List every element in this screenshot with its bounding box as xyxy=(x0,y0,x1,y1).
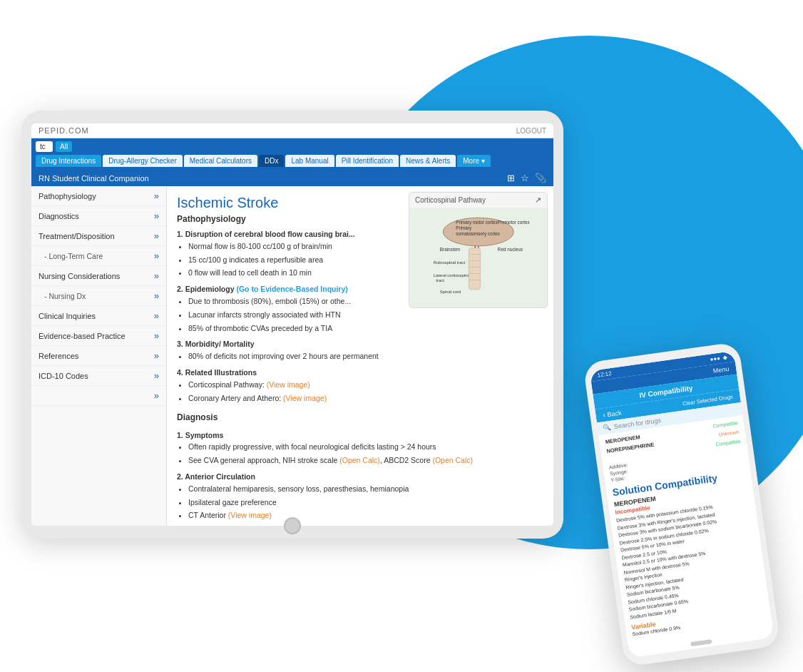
svg-text:Brainstem: Brainstem xyxy=(440,247,460,252)
svg-text:tract: tract xyxy=(436,278,444,282)
search-icon: 🔍 xyxy=(603,424,611,432)
chevron-icon: » xyxy=(154,270,159,281)
menu-button[interactable]: Menu xyxy=(712,365,730,375)
search-area: All xyxy=(36,141,72,152)
sidebar-item-nursing-dx[interactable]: - Nursing Dx » xyxy=(31,286,166,306)
tab-drug-allergy[interactable]: Drug-Allergy Checker xyxy=(103,155,183,167)
search-input[interactable] xyxy=(36,141,53,152)
wifi-icon: ◆ xyxy=(722,354,727,361)
sidebar-item-nursing[interactable]: Nursing Considerations » xyxy=(31,266,166,286)
tab-lab-manual[interactable]: Lab Manual xyxy=(285,155,334,167)
tablet-body: PEPID.COM LOGOUT All Drug Interactions D… xyxy=(21,111,563,539)
image-panel: Corticospinal Pathway ↗ Primary motor co… xyxy=(409,192,548,308)
sidebar-item-diagnostics[interactable]: Diagnostics » xyxy=(31,206,166,226)
svg-text:Spinal cord: Spinal cord xyxy=(440,290,461,294)
view-image-link-2[interactable]: (View image) xyxy=(283,394,327,402)
tab-pill-id[interactable]: Pill Identification xyxy=(336,155,399,167)
chevron-icon: » xyxy=(154,230,159,241)
svg-text:Premotor cortex: Premotor cortex xyxy=(498,220,531,225)
nav-tabs: Drug Interactions Drug-Allergy Checker M… xyxy=(31,155,553,170)
tablet-device: PEPID.COM LOGOUT All Drug Interactions D… xyxy=(21,111,563,539)
sidebar-item-extra[interactable]: » xyxy=(31,386,166,406)
anatomy-illustration: Primary motor cortex Premotor cortex Pri… xyxy=(416,213,541,302)
phone-status-icons: ●●● ◆ xyxy=(710,354,728,362)
chevron-icon: » xyxy=(154,290,159,301)
bookmark-icon[interactable]: ⊞ xyxy=(507,173,515,183)
tab-ddx[interactable]: DDx xyxy=(259,155,284,167)
content-area: Pathophysiology » Diagnostics » Treatmen… xyxy=(31,186,553,526)
phone-time: 12:12 xyxy=(597,370,612,379)
tab-more[interactable]: More ▾ xyxy=(457,155,491,167)
phone-content: MEROPENEM Compatible NOREPINEPHRINE Unkn… xyxy=(598,415,772,648)
tablet-nav: All xyxy=(31,138,553,155)
svg-text:somatosensory cortex: somatosensory cortex xyxy=(456,231,500,237)
view-image-link-1[interactable]: (View image) xyxy=(267,380,310,389)
chevron-icon: » xyxy=(154,330,159,341)
tablet-home-button[interactable] xyxy=(284,517,301,534)
tab-drug-interactions[interactable]: Drug Interactions xyxy=(36,155,101,167)
open-calc-2[interactable]: (Open Calc) xyxy=(432,456,473,464)
chevron-icon: » xyxy=(154,350,159,361)
image-panel-body: Primary motor cortex Premotor cortex Pri… xyxy=(409,208,547,307)
main-content: Corticospinal Pathway ↗ Primary motor co… xyxy=(167,186,553,526)
tab-news[interactable]: News & Alerts xyxy=(400,155,456,167)
chevron-icon: » xyxy=(154,390,159,401)
tablet-screen: PEPID.COM LOGOUT All Drug Interactions D… xyxy=(31,123,553,526)
back-button[interactable]: ‹ Back xyxy=(603,409,622,419)
topbar-actions: LOGOUT xyxy=(516,127,546,135)
chevron-icon: » xyxy=(154,310,159,321)
tablet-topbar: PEPID.COM LOGOUT xyxy=(31,123,553,138)
sub-header-icons: ⊞ ☆ 📎 xyxy=(507,173,546,183)
sub-header: RN Student Clinical Companion ⊞ ☆ 📎 xyxy=(31,170,553,186)
chevron-icon: » xyxy=(154,210,159,221)
paperclip-icon[interactable]: 📎 xyxy=(535,173,546,183)
svg-text:Primary motor cortex: Primary motor cortex xyxy=(456,220,498,225)
expand-icon[interactable]: ↗ xyxy=(535,195,541,205)
svg-text:Lateral corticospinal: Lateral corticospinal xyxy=(434,273,471,278)
view-image-link-3[interactable]: (View image) xyxy=(228,511,272,519)
chevron-icon: » xyxy=(154,370,159,381)
star-icon[interactable]: ☆ xyxy=(521,173,529,183)
signal-icon: ●●● xyxy=(710,355,721,363)
sidebar-item-long-term-care[interactable]: - Long-Term Care » xyxy=(31,246,166,266)
phone-home-button[interactable] xyxy=(690,639,712,646)
compat-meropenem: Compatible xyxy=(712,420,738,430)
sidebar-item-icd10[interactable]: ICD-10 Codes » xyxy=(31,366,166,386)
sub-header-title: RN Student Clinical Companion xyxy=(39,174,149,183)
sidebar-item-references[interactable]: References » xyxy=(31,346,166,366)
open-calc-1[interactable]: (Open Calc) xyxy=(339,456,380,464)
compat-norepinephrine: Unknown xyxy=(718,429,740,439)
image-panel-header: Corticospinal Pathway ↗ xyxy=(409,193,547,208)
all-button[interactable]: All xyxy=(56,141,72,152)
tab-medical-calc[interactable]: Medical Calculators xyxy=(184,155,257,167)
image-panel-title: Corticospinal Pathway xyxy=(415,196,486,204)
sidebar-item-treatment[interactable]: Treatment/Disposition » xyxy=(31,226,166,246)
incompatible-list: Dextrose 5% with potassium chloride 0.15… xyxy=(616,499,764,621)
svg-text:Red nucleus: Red nucleus xyxy=(498,247,523,252)
svg-text:Rubrospinal tract: Rubrospinal tract xyxy=(434,260,466,265)
logout-button[interactable]: LOGOUT xyxy=(516,127,546,135)
sidebar-item-evidence[interactable]: Evidence-based Practice » xyxy=(31,326,166,346)
sidebar-item-pathophysiology[interactable]: Pathophysiology » xyxy=(31,186,166,206)
site-name: PEPID.COM xyxy=(39,126,89,135)
sidebar-item-clinical[interactable]: Clinical Inquiries » xyxy=(31,306,166,326)
chevron-icon: » xyxy=(154,190,159,201)
sidebar: Pathophysiology » Diagnostics » Treatmen… xyxy=(31,186,167,526)
evidence-link[interactable]: (Go to Evidence-Based Inquiry) xyxy=(236,285,347,293)
chevron-icon: » xyxy=(154,250,159,261)
svg-rect-13 xyxy=(469,248,480,290)
